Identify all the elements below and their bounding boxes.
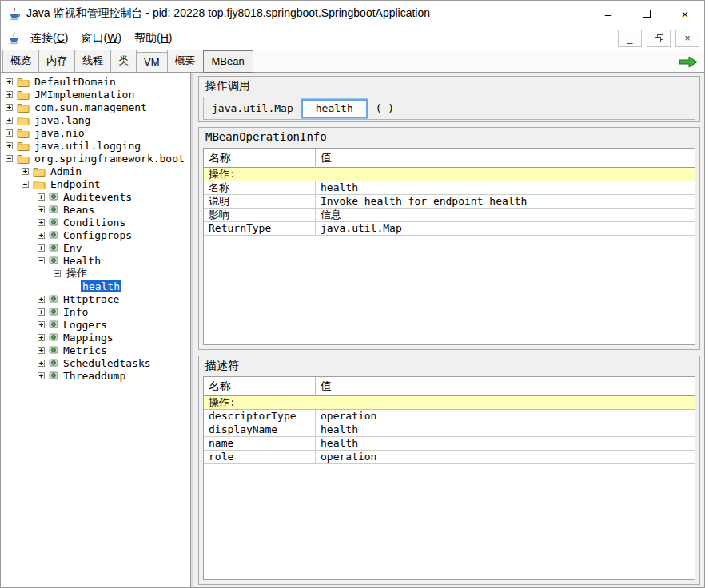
mbean-icon <box>49 205 58 214</box>
table-row[interactable]: descriptorTypeoperation <box>204 410 695 423</box>
table-band-row[interactable]: 操作: <box>204 396 695 410</box>
cell-value: Invoke health for endpoint health <box>316 195 695 208</box>
expand-icon[interactable]: + <box>38 360 45 367</box>
tab-classes[interactable]: 类 <box>110 50 137 72</box>
expand-icon[interactable]: + <box>38 206 45 213</box>
tree-node-label: Httptrace <box>62 293 121 305</box>
invoke-health-button[interactable]: health <box>301 99 368 118</box>
expand-icon[interactable]: + <box>6 104 13 111</box>
collapse-icon[interactable]: − <box>6 155 13 162</box>
tree-node-java-util-logging[interactable]: +java.util.logging <box>1 139 191 152</box>
expand-icon[interactable]: + <box>38 244 45 252</box>
expand-icon[interactable]: + <box>6 142 13 149</box>
mbean-icon <box>49 217 58 227</box>
mbean-icon <box>49 294 58 304</box>
tab-summary[interactable]: 概要 <box>167 50 204 72</box>
tree-node-metrics[interactable]: +Metrics <box>1 344 191 356</box>
cell-value: operation <box>316 451 695 463</box>
table-band-row[interactable]: 操作: <box>204 168 695 181</box>
tab-vm[interactable]: VM <box>136 52 168 72</box>
tree-node-java-nio[interactable]: +java.nio <box>1 126 191 139</box>
tree-node-conditions[interactable]: +Conditions <box>1 216 191 228</box>
table-row[interactable]: 名称health <box>204 181 695 195</box>
expand-icon[interactable]: + <box>38 334 45 341</box>
expand-icon[interactable]: + <box>38 372 45 379</box>
tab-overview[interactable]: 概览 <box>2 50 39 72</box>
tree-node-com-sun-management[interactable]: +com.sun.management <box>1 101 191 113</box>
expand-icon[interactable]: + <box>38 347 45 354</box>
frame-restore-button[interactable] <box>647 30 671 47</box>
expand-icon[interactable]: + <box>38 219 45 226</box>
frame-minimize-button[interactable]: _ <box>618 30 642 47</box>
tree-node-loggers[interactable]: +Loggers <box>1 318 191 331</box>
tree-node-scheduledtasks[interactable]: +Scheduledtasks <box>1 356 191 369</box>
table-row[interactable]: namehealth <box>204 437 695 451</box>
expand-icon[interactable]: + <box>38 193 45 201</box>
expand-icon[interactable]: + <box>22 168 29 175</box>
maximize-icon <box>643 10 651 18</box>
minimize-button[interactable]: – <box>589 1 627 26</box>
collapse-icon[interactable]: − <box>38 257 45 264</box>
tree-node-label: Endpoint <box>49 178 102 190</box>
column-header-value[interactable]: 值 <box>316 377 695 396</box>
expand-icon[interactable]: + <box>6 117 13 124</box>
tab-memory[interactable]: 内存 <box>38 50 75 72</box>
collapse-icon[interactable]: − <box>22 181 29 188</box>
table-row[interactable]: ReturnTypejava.util.Map <box>204 222 695 236</box>
tree-node-jmimplementation[interactable]: +JMImplementation <box>1 88 191 101</box>
tab-threads[interactable]: 线程 <box>74 50 111 72</box>
tree-node-label: Beans <box>62 204 96 216</box>
tree-node-org-springframework-boot[interactable]: −org.springframework.boot <box>1 152 191 165</box>
expand-icon[interactable]: + <box>38 232 45 239</box>
cell-value: 信息 <box>316 209 695 221</box>
tree-node-operations[interactable]: −操作 <box>1 267 191 280</box>
tree-node-auditevents[interactable]: +Auditevents <box>1 190 191 203</box>
expand-icon[interactable]: + <box>38 296 45 303</box>
tree-node-endpoint[interactable]: −Endpoint <box>1 177 191 190</box>
tree-node-configprops[interactable]: +Configprops <box>1 228 191 241</box>
tree-node-defaultdomain[interactable]: +DefaultDomain <box>1 75 191 88</box>
tree-node-health-operation[interactable]: health <box>1 280 191 292</box>
folder-icon <box>33 166 46 177</box>
expand-icon[interactable]: + <box>38 321 45 328</box>
expand-icon[interactable]: + <box>38 308 45 316</box>
frame-close-button[interactable]: × <box>675 30 699 47</box>
column-header-value[interactable]: 值 <box>316 149 695 168</box>
expand-icon[interactable]: + <box>6 129 13 137</box>
tree-node-label: Mappings <box>62 332 115 344</box>
tabbar: 概览内存线程类VM概要MBean <box>1 50 704 73</box>
tree-node-beans[interactable]: +Beans <box>1 203 191 216</box>
table-row[interactable]: 影响信息 <box>204 209 695 222</box>
frame-buttons: _ × <box>618 30 704 47</box>
descriptor-title: 描述符 <box>199 356 699 375</box>
tree-node-info[interactable]: +Info <box>1 305 191 318</box>
column-header-name[interactable]: 名称 <box>204 377 316 396</box>
maximize-button[interactable] <box>627 1 666 26</box>
tab-mbean[interactable]: MBean <box>203 50 253 73</box>
collapse-icon[interactable]: − <box>54 270 61 277</box>
close-button[interactable]: × <box>666 1 704 26</box>
mbean-icon <box>49 243 58 252</box>
table-row[interactable]: roleoperation <box>204 451 695 464</box>
table-row[interactable]: displayNamehealth <box>204 423 695 437</box>
cell-value: java.util.Map <box>316 222 695 235</box>
tree-node-httptrace[interactable]: +Httptrace <box>1 292 191 305</box>
tree-node-admin[interactable]: +Admin <box>1 165 191 177</box>
tree-node-health[interactable]: −Health <box>1 254 191 267</box>
folder-icon <box>17 141 30 151</box>
tree-node-mappings[interactable]: +Mappings <box>1 331 191 344</box>
tree-node-env[interactable]: +Env <box>1 241 191 254</box>
column-header-name[interactable]: 名称 <box>204 149 316 168</box>
expand-icon[interactable]: + <box>6 78 13 85</box>
tree-node-java-lang[interactable]: +java.lang <box>1 113 191 126</box>
frame-minimize-icon: _ <box>627 33 633 44</box>
table-row[interactable]: 说明Invoke health for endpoint health <box>204 195 695 209</box>
tree-node-threaddump[interactable]: +Threaddump <box>1 369 191 382</box>
expand-icon[interactable]: + <box>6 91 13 98</box>
menu-help[interactable]: 帮助(H) <box>128 28 178 49</box>
operation-invocation-group: 操作调用 java.util.Map health ( ) <box>198 76 700 122</box>
tree-node-label: org.springframework.boot <box>33 153 186 165</box>
menu-window[interactable]: 窗口(W) <box>74 28 128 49</box>
frame-java-icon <box>7 31 21 45</box>
menu-connect[interactable]: 连接(C) <box>24 28 74 49</box>
